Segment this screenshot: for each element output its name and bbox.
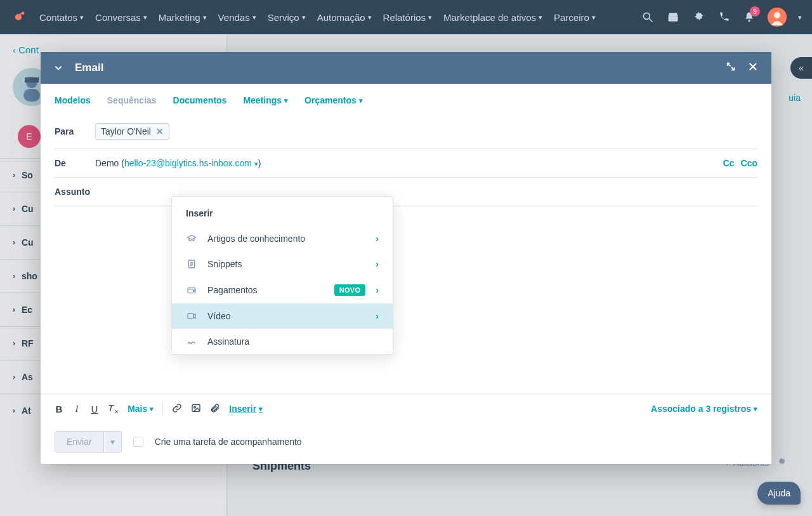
email-body-editor[interactable]	[55, 206, 757, 378]
tab-sequencias: Sequências	[107, 95, 157, 105]
top-navigation: Contatos ▾Conversas ▾Marketing ▾Vendas ▾…	[0, 0, 812, 34]
graduation-icon	[186, 234, 197, 244]
chevron-down-icon: ▾	[284, 96, 288, 105]
nav-item[interactable]: Contatos ▾	[39, 12, 84, 23]
help-button[interactable]: Ajuda	[757, 482, 801, 505]
chevron-down-icon: ▾	[368, 13, 372, 22]
format-group: B I U T✕ Mais ▾	[55, 402, 154, 415]
chevron-down-icon: ▾	[259, 405, 263, 413]
underline-button[interactable]: U	[90, 404, 99, 414]
svg-point-3	[643, 13, 650, 19]
svg-rect-25	[192, 404, 200, 411]
composer-body: Para Taylor O'Neil ✕ De Demo (hello-23@b…	[41, 114, 771, 394]
hubspot-logo[interactable]	[10, 9, 27, 25]
insert-option[interactable]: Vídeo›	[172, 303, 393, 329]
close-icon[interactable]	[747, 61, 759, 76]
insert-option[interactable]: Artigos de conhecimento›	[172, 226, 393, 251]
insert-option[interactable]: PagamentosNOVO›	[172, 277, 393, 303]
send-options-icon[interactable]: ▾	[103, 432, 121, 452]
email-composer-modal: Email Modelos Sequências Documentos Meet…	[41, 52, 771, 464]
tab-orcamentos[interactable]: Orçamentos ▾	[304, 95, 363, 105]
nav-item[interactable]: Conversas ▾	[95, 12, 147, 23]
send-row: Enviar ▾ Crie uma tarefa de acompanhamen…	[41, 423, 771, 464]
account-dropdown-icon[interactable]: ▾	[798, 13, 802, 22]
settings-icon[interactable]	[691, 10, 705, 24]
popover-title: Inserir	[172, 197, 393, 226]
to-label: Para	[55, 126, 82, 136]
user-avatar[interactable]	[768, 8, 787, 27]
tab-documentos[interactable]: Documentos	[173, 95, 227, 105]
video-icon	[186, 311, 197, 321]
nav-menu: Contatos ▾Conversas ▾Marketing ▾Vendas ▾…	[39, 12, 596, 23]
insert-popover: Inserir Artigos de conhecimento›Snippets…	[171, 196, 393, 355]
subject-label: Assunto	[55, 187, 90, 197]
cc-bcc-links: Cc Cco	[723, 158, 757, 168]
nav-item[interactable]: Serviço ▾	[268, 12, 306, 23]
from-label: De	[55, 158, 82, 168]
chevron-right-icon: ›	[376, 234, 379, 244]
remove-recipient-icon[interactable]: ✕	[156, 126, 164, 136]
attachment-button[interactable]	[210, 403, 220, 415]
svg-line-4	[650, 19, 653, 22]
toolbar-divider	[162, 402, 163, 416]
chevron-down-icon: ▾	[754, 405, 757, 413]
nav-item[interactable]: Marketing ▾	[159, 12, 207, 23]
italic-button[interactable]: I	[72, 404, 81, 414]
insert-dropdown[interactable]: Inserir ▾	[229, 404, 263, 414]
chevron-down-icon: ▾	[428, 13, 432, 22]
from-display[interactable]: Demo (hello-23@biglytics.hs-inbox.com ▾)	[95, 158, 261, 168]
chevron-right-icon: ›	[376, 259, 379, 269]
signature-icon	[186, 336, 197, 347]
nav-item[interactable]: Automação ▾	[317, 12, 372, 23]
link-button[interactable]	[172, 403, 182, 415]
notifications-icon[interactable]: 9	[742, 10, 756, 24]
from-field-row: De Demo (hello-23@biglytics.hs-inbox.com…	[55, 149, 757, 178]
svg-point-23	[193, 290, 194, 291]
svg-point-0	[15, 14, 22, 20]
tab-meetings[interactable]: Meetings ▾	[243, 95, 288, 105]
svg-rect-24	[188, 314, 193, 319]
chevron-right-icon: ›	[376, 311, 379, 321]
modal-title: Email	[75, 62, 103, 74]
svg-point-7	[748, 20, 750, 22]
modal-header: Email	[41, 52, 771, 84]
tab-modelos[interactable]: Modelos	[55, 95, 91, 105]
svg-point-26	[194, 406, 196, 408]
nav-item[interactable]: Marketplace de ativos ▾	[443, 12, 542, 23]
phone-icon[interactable]	[717, 10, 731, 24]
nav-right: 9 ▾	[641, 8, 802, 27]
chevron-down-icon: ▾	[539, 13, 542, 22]
collapse-icon[interactable]	[53, 62, 63, 74]
associated-records-dropdown[interactable]: Associado a 3 registros ▾	[651, 404, 757, 414]
marketplace-icon[interactable]	[666, 10, 680, 24]
chevron-down-icon: ▾	[302, 13, 306, 22]
nav-item[interactable]: Vendas ▾	[218, 12, 256, 23]
composer-tabs: Modelos Sequências Documentos Meetings ▾…	[41, 84, 771, 114]
recipient-chip[interactable]: Taylor O'Neil ✕	[95, 123, 169, 140]
insert-option[interactable]: Assinatura	[172, 329, 393, 354]
search-icon[interactable]	[641, 10, 655, 24]
nav-item[interactable]: Relatórios ▾	[383, 12, 433, 23]
more-format-dropdown[interactable]: Mais ▾	[128, 404, 154, 414]
insert-option[interactable]: Snippets›	[172, 251, 393, 277]
new-badge: NOVO	[334, 284, 366, 296]
send-button[interactable]: Enviar ▾	[55, 431, 122, 453]
wallet-icon	[186, 285, 197, 295]
svg-rect-5	[669, 16, 678, 21]
bcc-link[interactable]: Cco	[741, 158, 757, 168]
clear-format-button[interactable]: T✕	[108, 402, 119, 415]
minimize-icon[interactable]	[726, 62, 736, 75]
document-icon	[186, 259, 197, 269]
chevron-down-icon: ▾	[203, 13, 207, 22]
editor-toolbar: B I U T✕ Mais ▾ Inserir ▾ Associado a 3 …	[41, 394, 771, 423]
cc-link[interactable]: Cc	[723, 158, 735, 168]
chevron-down-icon: ▾	[80, 13, 84, 22]
subject-field-row[interactable]: Assunto	[55, 178, 757, 206]
image-button[interactable]	[191, 403, 201, 415]
nav-item[interactable]: Parceiro ▾	[554, 12, 596, 23]
chevron-down-icon: ▾	[592, 13, 596, 22]
bold-button[interactable]: B	[55, 404, 63, 414]
to-field-row: Para Taylor O'Neil ✕	[55, 114, 757, 149]
followup-checkbox[interactable]	[133, 437, 143, 447]
chevron-down-icon: ▾	[252, 13, 256, 22]
